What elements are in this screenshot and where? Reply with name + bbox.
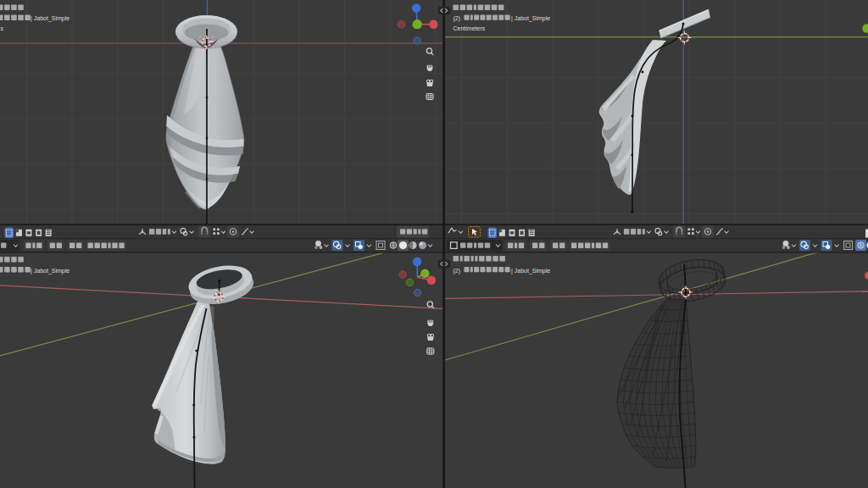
svg-text:| Jabot_Simple: | Jabot_Simple — [31, 268, 70, 274]
svg-text:| Jabot_Simple: | Jabot_Simple — [511, 15, 550, 22]
svg-text:| Jabot_Simple: | Jabot_Simple — [511, 268, 550, 274]
svg-text:s: s — [1, 25, 4, 31]
svg-text:(2): (2) — [453, 15, 461, 22]
svg-text:(2): (2) — [453, 268, 461, 274]
svg-text:| Jabot_Simple: | Jabot_Simple — [31, 15, 70, 22]
svg-text:Centimeters: Centimeters — [453, 25, 486, 31]
